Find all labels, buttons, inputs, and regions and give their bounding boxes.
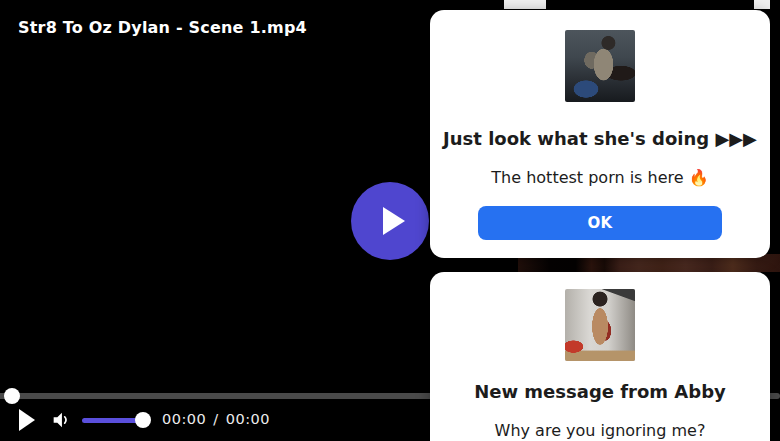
duration: 00:00: [226, 411, 270, 427]
popup-heading: New message from Abby: [430, 379, 770, 405]
ok-button[interactable]: OK: [478, 206, 722, 240]
seek-handle[interactable]: [4, 388, 20, 404]
play-button[interactable]: [19, 409, 35, 431]
webcam-photo-placeholder: [565, 30, 635, 102]
popup-thumbnail[interactable]: [565, 30, 635, 102]
popup-message: Why are you ignoring me?: [430, 420, 770, 441]
popup-message-card[interactable]: New message from Abby Why are you ignori…: [430, 272, 770, 441]
popup-message: The hottest porn is here 🔥: [430, 167, 770, 189]
big-play-button[interactable]: [351, 182, 429, 260]
page: Str8 To Oz Dylan - Scene 1.mp4 00:00/00:…: [0, 0, 780, 441]
speaker-icon: [50, 409, 72, 431]
popup-heading: Just look what she's doing ▶▶▶: [430, 126, 770, 152]
time-separator: /: [213, 411, 218, 427]
time-display: 00:00/00:00: [162, 411, 270, 427]
popup-ad-card[interactable]: Just look what she's doing ▶▶▶ The hotte…: [430, 10, 770, 258]
player-controls: 00:00/00:00: [0, 405, 430, 441]
background-page-fragment: [504, 0, 546, 9]
volume-button[interactable]: [50, 409, 72, 431]
volume-slider-handle[interactable]: [135, 412, 151, 428]
background-page-fragment: [754, 0, 770, 9]
popup-thumbnail[interactable]: [565, 289, 635, 361]
current-time: 00:00: [162, 411, 206, 427]
video-title: Str8 To Oz Dylan - Scene 1.mp4: [18, 18, 307, 37]
play-icon: [383, 207, 405, 235]
selfie-photo-placeholder: [565, 289, 635, 361]
